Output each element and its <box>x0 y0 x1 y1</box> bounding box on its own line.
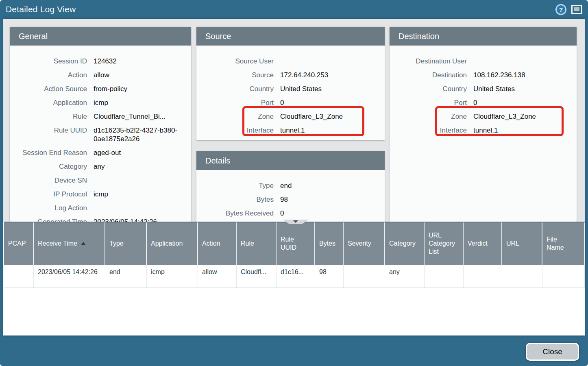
cell-pcap <box>4 265 34 288</box>
general-panel-header: General <box>10 27 191 46</box>
label-category: Category <box>10 162 94 171</box>
label-action-source: Action Source <box>10 85 94 93</box>
label-application: Application <box>10 98 94 107</box>
row-source-country: Country United States <box>196 85 385 93</box>
column-header-action[interactable]: Action <box>198 222 237 265</box>
details-panel-header: Details <box>196 151 385 170</box>
value-session-end-reason: aged-out <box>94 148 191 157</box>
column-header-url[interactable]: URL <box>502 222 542 265</box>
value-source-address: 172.64.240.253 <box>280 71 385 79</box>
value-device-sn <box>94 176 191 185</box>
label-type: Type <box>196 181 280 190</box>
value-session-id: 124632 <box>94 57 191 65</box>
label-action: Action <box>10 71 94 79</box>
label-destination-zone: Zone <box>390 112 473 121</box>
details-panel-body: Type end Bytes 98 Bytes Received 0 <box>196 170 385 218</box>
detailed-log-view-dialog: Detailed Log View ? General Session ID 1… <box>0 0 588 366</box>
cell-rule: Cloudfl... <box>237 265 277 288</box>
label-source-address: Source <box>196 71 280 79</box>
value-action-source: from-policy <box>94 85 191 93</box>
value-action: allow <box>94 71 191 79</box>
value-destination-port: 0 <box>473 98 577 107</box>
value-source-interface: tunnel.1 <box>280 126 385 135</box>
value-destination-user <box>473 57 577 65</box>
label-destination-user: Destination User <box>390 57 473 65</box>
label-source-user: Source User <box>196 57 280 65</box>
column-header-pcap[interactable]: PCAP <box>4 222 34 265</box>
column-header-receive-time[interactable]: Receive Time <box>34 222 105 265</box>
value-bytes-received: 0 <box>280 209 385 218</box>
cell-category: any <box>385 265 425 288</box>
column-header-category[interactable]: Category <box>385 222 425 265</box>
label-bytes: Bytes <box>196 195 280 204</box>
value-source-country: United States <box>280 85 385 93</box>
label-destination-interface: Interface <box>390 126 473 135</box>
log-table-row[interactable]: 2023/06/05 14:42:26 end icmp allow Cloud… <box>4 265 585 288</box>
label-rule: Rule <box>10 112 94 121</box>
column-header-verdict[interactable]: Verdict <box>464 222 502 265</box>
row-destination-port: Port 0 <box>390 98 577 107</box>
label-device-sn: Device SN <box>10 176 94 185</box>
general-panel: General Session ID 124632 Action allow A… <box>10 27 191 222</box>
label-rule-uuid: Rule UUID <box>10 126 94 143</box>
help-icon[interactable]: ? <box>555 4 566 15</box>
column-header-rule[interactable]: Rule <box>237 222 277 265</box>
sort-asc-icon <box>81 242 86 245</box>
cell-receive-time: 2023/06/05 14:42:26 <box>34 265 105 288</box>
column-header-url-category-list[interactable]: URL Category List <box>425 222 464 265</box>
column-header-type[interactable]: Type <box>105 222 147 265</box>
source-panel-body: Source User Source 172.64.240.253 Countr… <box>196 46 385 135</box>
chevron-down-icon <box>293 220 298 223</box>
cell-rule-uuid: d1c16... <box>277 265 315 288</box>
label-source-port: Port <box>196 98 280 107</box>
row-action-source: Action Source from-policy <box>10 85 191 93</box>
row-destination-country: Country United States <box>390 85 577 93</box>
title-bar-icons: ? <box>555 4 582 15</box>
column-header-application[interactable]: Application <box>147 222 198 265</box>
row-device-sn: Device SN <box>10 176 191 185</box>
value-category: any <box>94 162 191 171</box>
column-header-bytes[interactable]: Bytes <box>315 222 344 265</box>
row-source-user: Source User <box>196 57 385 65</box>
row-source-interface: Interface tunnel.1 <box>196 126 385 135</box>
row-generated-time: Generated Time 2023/06/05 14:42:26 <box>10 218 191 222</box>
value-destination-interface: tunnel.1 <box>473 126 577 135</box>
value-generated-time: 2023/06/05 14:42:26 <box>94 218 191 222</box>
cell-url <box>502 265 542 288</box>
close-button[interactable]: Close <box>526 343 579 361</box>
cell-action: allow <box>198 265 237 288</box>
column-header-severity[interactable]: Severity <box>344 222 385 265</box>
value-bytes: 98 <box>280 195 385 204</box>
destination-panel: Destination Destination User Destination… <box>390 27 577 222</box>
log-detail-panels-area: General Session ID 124632 Action allow A… <box>3 19 585 222</box>
row-source-address: Source 172.64.240.253 <box>196 71 385 79</box>
label-session-id: Session ID <box>10 57 94 65</box>
row-source-zone: Zone Cloudflare_L3_Zone <box>196 112 385 121</box>
value-log-action <box>94 204 191 212</box>
row-ip-protocol: IP Protocol icmp <box>10 190 191 198</box>
value-type: end <box>280 181 385 190</box>
cell-bytes: 98 <box>315 265 344 288</box>
row-session-end-reason: Session End Reason aged-out <box>10 148 191 157</box>
restore-window-icon[interactable] <box>571 5 582 14</box>
row-log-action: Log Action <box>10 204 191 212</box>
row-rule: Rule Cloudflare_Tunnel_Bi... <box>10 112 191 121</box>
cell-url-category-list <box>425 265 464 288</box>
cell-application: icmp <box>147 265 198 288</box>
cell-file-name <box>542 265 585 288</box>
column-header-file-name[interactable]: File Name <box>542 222 585 265</box>
cell-verdict <box>464 265 502 288</box>
row-application: Application icmp <box>10 98 191 107</box>
value-source-user <box>280 57 385 65</box>
cell-type: end <box>105 265 147 288</box>
dialog-content: General Session ID 124632 Action allow A… <box>3 19 585 336</box>
column-header-rule-uuid[interactable]: Rule UUID <box>277 222 315 265</box>
label-source-interface: Interface <box>196 126 280 135</box>
label-generated-time: Generated Time <box>10 218 94 222</box>
label-destination-country: Country <box>390 85 473 93</box>
value-destination-address: 108.162.236.138 <box>473 71 577 79</box>
label-destination-address: Destination <box>390 71 473 79</box>
row-destination-interface: Interface tunnel.1 <box>390 126 577 135</box>
value-destination-zone: Cloudflare_L3_Zone <box>473 112 577 121</box>
value-destination-country: United States <box>473 85 577 93</box>
